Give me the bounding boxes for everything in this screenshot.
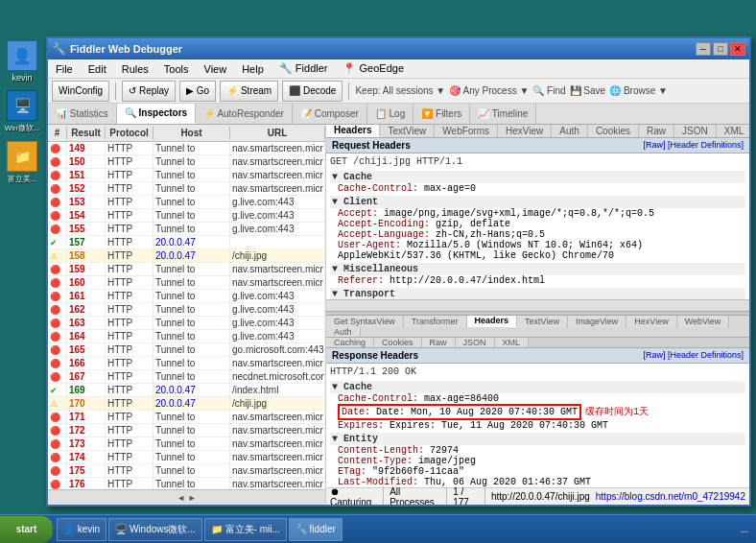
menu-fiddler[interactable]: 🔧 Fiddler — [275, 59, 332, 78]
tab-composer[interactable]: 📝 Composer — [293, 104, 367, 124]
session-row[interactable]: 🔴 161 HTTP Tunnel to g.live.com:443 — [48, 290, 325, 303]
tab-log[interactable]: 📋 Log — [367, 104, 413, 124]
cache-time-annotation: 缓存时间为1天 — [585, 405, 649, 418]
desktop-icon-apps[interactable]: 📁 富立美... — [4, 141, 40, 184]
menu-rules[interactable]: Rules — [118, 59, 153, 78]
req-tab-hexview[interactable]: HexView — [498, 125, 552, 137]
session-row[interactable]: 🔴 163 HTTP Tunnel to g.live.com:443 — [48, 317, 325, 330]
session-row[interactable]: 🔴 166 HTTP Tunnel to nav.smartscreen.mic… — [48, 357, 325, 370]
misc-section: ▼ Miscellaneous Referer: http://20.0.0.4… — [330, 263, 745, 286]
maximize-button[interactable]: □ — [713, 42, 728, 56]
session-row[interactable]: 🔴 174 HTTP Tunnel to nav.smartscreen.mic… — [48, 451, 325, 464]
desktop-icon-windows[interactable]: 🖥️ Win微软... — [4, 90, 40, 133]
desktop-icon-kevin[interactable]: 👤 kevin — [4, 40, 40, 83]
response-raw-link[interactable]: [Raw] [Header Definitions] — [643, 350, 744, 361]
replay-button[interactable]: ↺ Replay — [122, 81, 176, 102]
session-row[interactable]: 🔴 171 HTTP Tunnel to nav.smartscreen.mic… — [48, 411, 325, 424]
session-row[interactable]: 🔴 165 HTTP Tunnel to go.microsoft.com:44… — [48, 343, 325, 357]
stream-button[interactable]: ⚡ Stream — [220, 81, 278, 102]
session-row[interactable]: 🔴 151 HTTP Tunnel to nav.smartscreen.mic… — [48, 169, 325, 182]
session-row[interactable]: 🔴 160 HTTP Tunnel to nav.smartscreen.mic… — [48, 276, 325, 290]
taskbar-items: 👤 kevin 🖥️ Windows微软... 📁 富立美- mii... 🔧 … — [57, 518, 733, 541]
decode-button[interactable]: ⬛ Decode — [282, 81, 343, 102]
req-tab-headers[interactable]: Headers — [326, 125, 380, 137]
menu-geoedge[interactable]: 📍 GeoEdge — [339, 59, 408, 78]
session-row[interactable]: 🔴 159 HTTP Tunnel to nav.smartscreen.mic… — [48, 263, 325, 276]
session-row[interactable]: 🔴 167 HTTP Tunnel to necdnet.microsoft.c… — [48, 370, 325, 384]
winconfig-button[interactable]: WinConfig — [52, 81, 109, 102]
request-raw-link[interactable]: [Raw] [Header Definitions] — [643, 140, 744, 151]
menu-file[interactable]: File — [52, 59, 77, 78]
session-row[interactable]: ✔ 157 HTTP 20.0.0.47 — [48, 236, 325, 249]
start-button[interactable]: start — [0, 516, 53, 543]
session-row[interactable]: 🔴 155 HTTP Tunnel to g.live.com:443 — [48, 223, 325, 236]
req-tab-cookies[interactable]: Cookies — [588, 125, 639, 137]
blog-url: https://blog.csdn.net/m0_47219942 — [596, 491, 745, 502]
session-row[interactable]: 🔴 173 HTTP Tunnel to nav.smartscreen.mic… — [48, 437, 325, 451]
resp-tab-webview[interactable]: WebView — [677, 316, 730, 327]
resp-subtab-cookies[interactable]: Cookies — [374, 338, 422, 347]
menu-bar: File Edit Rules Tools View Help 🔧 Fiddle… — [48, 59, 749, 79]
request-hscrollbar[interactable] — [326, 299, 749, 311]
session-row[interactable]: 🔴 149 HTTP Tunnel to nav.smartscreen.mic… — [48, 142, 325, 155]
resp-content-type: Content-Type: image/jpeg — [330, 456, 745, 466]
resp-tab-headers[interactable]: Headers — [467, 316, 518, 327]
go-button[interactable]: ▶ Go — [179, 81, 216, 102]
menu-edit[interactable]: Edit — [84, 59, 110, 78]
resp-subtab-xml[interactable]: XML — [495, 338, 530, 347]
session-row[interactable]: 🔴 152 HTTP Tunnel to nav.smartscreen.mic… — [48, 182, 325, 196]
session-row[interactable]: 🔴 172 HTTP Tunnel to nav.smartscreen.mic… — [48, 424, 325, 437]
session-row[interactable]: ⚠ 158 HTTP 20.0.0.47 /chiji.jpg — [48, 249, 325, 263]
tab-filters[interactable]: 🔽 Filters — [413, 104, 470, 124]
resp-tab-transformer[interactable]: Transformer — [404, 316, 467, 327]
tab-timeline[interactable]: 📈 Timeline — [470, 104, 536, 124]
session-row[interactable]: 🔴 175 HTTP Tunnel to nav.smartscreen.mic… — [48, 464, 325, 478]
desktop: 👤 kevin 🖥️ Win微软... 📁 富立美... 🔧 Fiddler W… — [0, 0, 756, 543]
session-row[interactable]: 🔴 154 HTTP Tunnel to g.live.com:443 — [48, 209, 325, 223]
resp-tab-auth[interactable]: Auth — [326, 327, 361, 337]
session-scrollbar[interactable]: ◄ ► — [48, 489, 325, 505]
col-host: Host — [154, 127, 230, 139]
resp-subtab-raw[interactable]: Raw — [422, 338, 456, 347]
client-section: ▼ Client Accept: image/png,image/svg+xml… — [330, 196, 745, 261]
req-tab-webforms[interactable]: WebForms — [435, 125, 498, 137]
req-tab-xml[interactable]: XML — [717, 125, 749, 137]
tab-inspectors[interactable]: 🔍 Inspectors — [117, 104, 196, 124]
resp-tab-hexview[interactable]: HexView — [626, 316, 676, 327]
req-tab-raw[interactable]: Raw — [639, 125, 674, 137]
accept-line: Accept: image/png,image/svg+xml,image/*;… — [330, 208, 745, 219]
resp-subtab-caching[interactable]: Caching — [326, 338, 374, 347]
session-row[interactable]: 🔴 164 HTTP Tunnel to g.live.com:443 — [48, 330, 325, 343]
taskbar-item-apps[interactable]: 📁 富立美- mii... — [204, 518, 287, 541]
resp-tab-textview[interactable]: TextView — [517, 316, 568, 327]
close-button[interactable]: ✕ — [730, 42, 745, 56]
taskbar-item-windows[interactable]: 🖥️ Windows微软... — [108, 518, 202, 541]
session-row[interactable]: 🔴 162 HTTP Tunnel to g.live.com:443 — [48, 303, 325, 317]
resp-content-length: Content-Length: 72974 — [330, 445, 745, 456]
minimize-button[interactable]: ─ — [696, 42, 711, 56]
resp-entity-header: ▼ Entity — [330, 433, 745, 445]
tab-autoresponder[interactable]: ⚡ AutoResponder — [196, 104, 293, 124]
menu-help[interactable]: Help — [238, 59, 268, 78]
resp-entity-section: ▼ Entity Content-Length: 72974 Content-T… — [330, 433, 745, 487]
save-label: 💾 Save — [570, 85, 606, 96]
req-tab-json[interactable]: JSON — [674, 125, 717, 137]
taskbar-item-kevin[interactable]: 👤 kevin — [57, 518, 106, 541]
all-processes-label: All Processes — [390, 486, 447, 506]
session-row[interactable]: ✔ 169 HTTP 20.0.0.47 /index.html — [48, 384, 325, 397]
session-row[interactable]: ⚠ 170 HTTP 20.0.0.47 /chiji.jpg — [48, 397, 325, 411]
menu-view[interactable]: View — [201, 59, 231, 78]
title-bar: 🔧 Fiddler Web Debugger ─ □ ✕ — [48, 38, 749, 59]
req-tab-textview[interactable]: TextView — [380, 125, 435, 137]
session-row[interactable]: 🔴 176 HTTP Tunnel to nav.smartscreen.mic… — [48, 478, 325, 489]
response-headers-title-bar: Response Headers [Raw] [Header Definitio… — [326, 348, 749, 364]
menu-tools[interactable]: Tools — [160, 59, 193, 78]
tab-statistics[interactable]: 📊 Statistics — [48, 104, 117, 124]
session-row[interactable]: 🔴 150 HTTP Tunnel to nav.smartscreen.mic… — [48, 155, 325, 169]
resp-tab-imageview[interactable]: ImageView — [568, 316, 626, 327]
resp-subtab-json[interactable]: JSON — [456, 338, 495, 347]
session-row[interactable]: 🔴 153 HTTP Tunnel to g.live.com:443 — [48, 196, 325, 209]
taskbar-item-fiddler[interactable]: 🔧 fiddler — [289, 518, 343, 541]
req-tab-auth[interactable]: Auth — [552, 125, 588, 137]
resp-tab-getsyntaxview[interactable]: Get SyntaxView — [326, 316, 404, 327]
